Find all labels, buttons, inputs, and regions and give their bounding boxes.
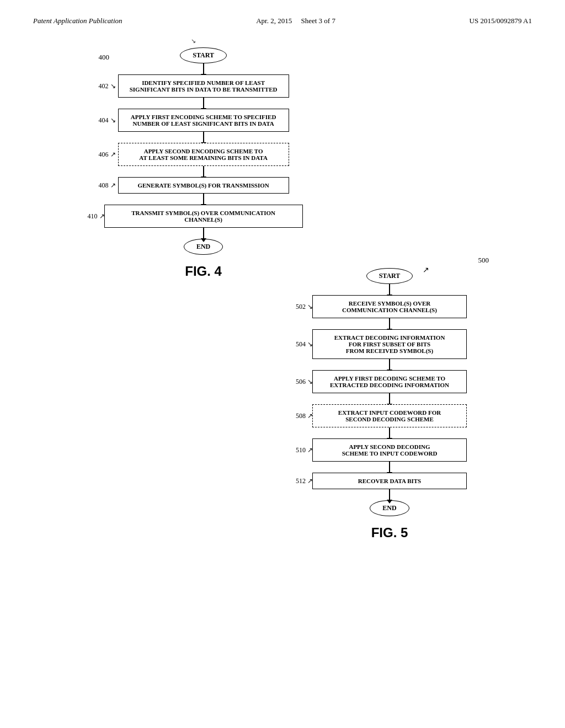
fig5-step-502: RECEIVE SYMBOL(S) OVERCOMMUNICATION CHAN…	[312, 295, 467, 318]
patent-number: US 2015/0092879 A1	[470, 17, 532, 25]
fig5-ref-top: 500	[478, 256, 489, 265]
fig5-step-512: RECOVER DATA BITS	[312, 473, 467, 489]
header-right: US 2015/0092879 A1	[470, 17, 532, 25]
fig5-arrow7	[389, 489, 390, 500]
header-center: Apr. 2, 2015 Sheet 3 of 7	[256, 17, 335, 25]
fig5-arrow4	[389, 393, 390, 404]
fig5-step-510: APPLY SECOND DECODINGSCHEME TO INPUT COD…	[312, 438, 467, 462]
fig5-arrow3	[389, 359, 390, 370]
page-header: Patent Application Publication Apr. 2, 2…	[33, 17, 532, 25]
arrow2	[203, 98, 204, 109]
fig5-step-510-wrapper: 510 ↗ APPLY SECOND DECODINGSCHEME TO INP…	[296, 438, 483, 462]
fig4-label: FIG. 4	[185, 264, 222, 279]
fig5-label-508: 508 ↗	[296, 412, 313, 420]
fig4-step-410: TRANSMIT SYMBOL(S) OVER COMMUNICATION CH…	[104, 205, 303, 228]
fig5-step-504-wrapper: 504 ↘ EXTRACT DECODING INFORMATIONFOR FI…	[296, 329, 483, 359]
fig4-ref-top: 400	[99, 53, 110, 62]
fig5-start-oval: START	[366, 268, 413, 284]
fig5-step-512-wrapper: 512 ↗ RECOVER DATA BITS	[296, 473, 483, 489]
arrow1	[203, 63, 204, 74]
fig4-label-404: 404 ↘	[99, 116, 116, 125]
arrow3	[203, 132, 204, 143]
fig5-label-510: 510 ↗	[296, 446, 313, 454]
fig4-step-402: IDENTIFY SPECIFIED NUMBER OF LEASTSIGNIF…	[118, 74, 289, 98]
fig4-label-408: 408 ↗	[99, 181, 116, 190]
fig4-step-408-wrapper: 408 ↗ GENERATE SYMBOL(S) FOR TRANSMISSIO…	[99, 177, 308, 194]
fig4-flowchart: 400 ↘ START 402 ↘ IDENTIFY SPECIFIED NUM…	[66, 47, 340, 279]
fig5-label-512: 512 ↗	[296, 477, 313, 485]
fig5-step-506: APPLY FIRST DECODING SCHEME TOEXTRACTED …	[312, 370, 467, 393]
fig5-step-504: EXTRACT DECODING INFORMATIONFOR FIRST SU…	[312, 329, 467, 359]
fig4-label-402: 402 ↘	[99, 82, 116, 90]
header-left: Patent Application Publication	[33, 17, 122, 25]
fig5-arrow2	[389, 318, 390, 329]
arrow6	[203, 228, 204, 239]
fig5-step-506-wrapper: 506 ↘ APPLY FIRST DECODING SCHEME TOEXTR…	[296, 370, 483, 393]
fig4-step-406-wrapper: 406 ↗ APPLY SECOND ENCODING SCHEME TOAT …	[99, 143, 308, 166]
fig4-step-406: APPLY SECOND ENCODING SCHEME TOAT LEAST …	[118, 143, 289, 166]
fig5-arrow1	[389, 284, 390, 295]
fig5-arrow5	[389, 427, 390, 438]
fig5-label-504: 504 ↘	[296, 340, 313, 349]
sheet-info: Sheet 3 of 7	[301, 17, 335, 25]
fig4-step-404-wrapper: 404 ↘ APPLY FIRST ENCODING SCHEME TO SPE…	[99, 109, 308, 132]
pub-date: Apr. 2, 2015	[256, 17, 292, 25]
fig4-start-oval: START	[180, 47, 227, 63]
fig5-label: FIG. 5	[371, 525, 408, 540]
fig4-step-408: GENERATE SYMBOL(S) FOR TRANSMISSION	[118, 177, 289, 194]
fig5-label-506: 506 ↘	[296, 378, 313, 386]
fig5-step-502-wrapper: 502 ↘ RECEIVE SYMBOL(S) OVERCOMMUNICATIO…	[296, 295, 483, 318]
arrow5	[203, 194, 204, 205]
fig4-step-410-wrapper: 410 ↗ TRANSMIT SYMBOL(S) OVER COMMUNICAT…	[88, 205, 319, 228]
fig4-step-402-wrapper: 402 ↘ IDENTIFY SPECIFIED NUMBER OF LEAST…	[99, 74, 308, 98]
fig5-arrow6	[389, 462, 390, 473]
fig4-step-404: APPLY FIRST ENCODING SCHEME TO SPECIFIED…	[118, 109, 289, 132]
fig5-label-502: 502 ↘	[296, 303, 313, 311]
page: Patent Application Publication Apr. 2, 2…	[0, 0, 565, 728]
fig5-step-508-wrapper: 508 ↗ EXTRACT INPUT CODEWORD FORSECOND D…	[296, 404, 483, 427]
arrow4	[203, 166, 204, 177]
fig4-label-410: 410 ↗	[88, 212, 105, 221]
fig4-label-406: 406 ↗	[99, 151, 116, 159]
publication-label: Patent Application Publication	[33, 17, 122, 25]
fig5-step-508: EXTRACT INPUT CODEWORD FORSECOND DECODIN…	[312, 404, 467, 427]
fig5-flowchart: 500 START ↗ 502 ↘ RECEIVE SYMBOL(S) OVER…	[265, 268, 514, 540]
